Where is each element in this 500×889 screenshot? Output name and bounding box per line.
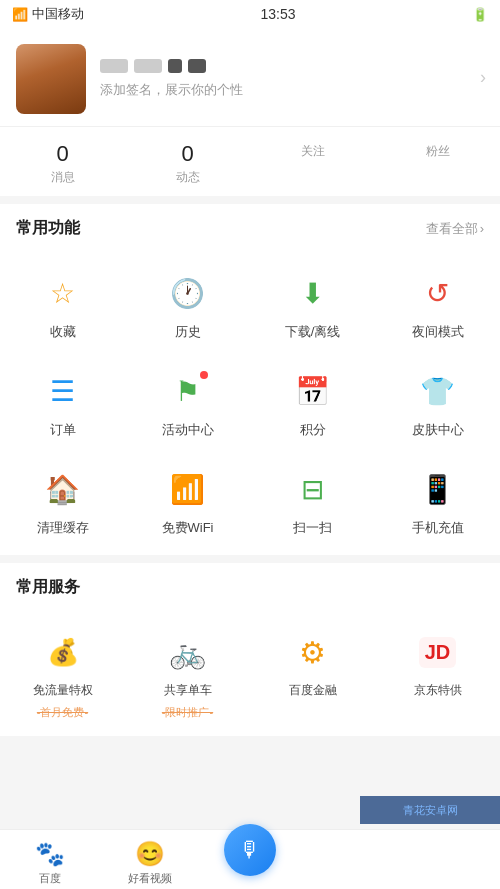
bottom-nav: 🐾 百度 😊 好看视频 🎙 [0, 829, 500, 889]
name-placeholder-4 [188, 59, 206, 73]
traffic-sub: -首月免费- [37, 705, 88, 720]
profile-bio: 添加签名，展示你的个性 [100, 81, 484, 99]
traffic-icon: 💰 [47, 637, 79, 668]
battery-icon: 🔋 [472, 7, 488, 22]
feature-wifi[interactable]: 📶 免费WiFi [125, 453, 250, 551]
skin-icon-wrap: 👕 [416, 369, 460, 413]
common-functions-header: 常用功能 查看全部 › [0, 204, 500, 249]
feature-collect[interactable]: ☆ 收藏 [0, 257, 125, 355]
bike-label: 共享单车 [164, 682, 212, 699]
activity-label: 活动中心 [162, 421, 214, 439]
nav-placeholder-1 [300, 857, 400, 863]
traffic-icon-wrap: 💰 [39, 628, 87, 676]
clear-icon: 🏠 [45, 473, 80, 506]
feature-grid: ☆ 收藏 🕐 历史 ⬇ 下载/离线 ↺ 夜间模式 ☰ 订单 [0, 249, 500, 563]
service-jd[interactable]: JD 京东特供 [375, 616, 500, 720]
home-label: 百度 [39, 871, 61, 886]
profile-chevron: › [480, 67, 486, 88]
home-icon: 🐾 [35, 840, 65, 868]
service-finance[interactable]: ⚙ 百度金融 [250, 616, 375, 720]
nav-placeholder-2 [400, 857, 500, 863]
feature-download[interactable]: ⬇ 下载/离线 [250, 257, 375, 355]
order-label: 订单 [50, 421, 76, 439]
status-right: 🔋 [472, 7, 488, 22]
activity-badge [200, 371, 208, 379]
feature-history[interactable]: 🕐 历史 [125, 257, 250, 355]
feature-clear[interactable]: 🏠 清理缓存 [0, 453, 125, 551]
order-icon: ☰ [50, 375, 75, 408]
jd-label: 京东特供 [414, 682, 462, 699]
scan-icon-wrap: ⊟ [291, 467, 335, 511]
feature-night[interactable]: ↺ 夜间模式 [375, 257, 500, 355]
name-placeholder-1 [100, 59, 128, 73]
recharge-icon-wrap: 📱 [416, 467, 460, 511]
nav-video[interactable]: 😊 好看视频 [100, 834, 200, 886]
services-title: 常用服务 [16, 577, 80, 598]
feature-recharge[interactable]: 📱 手机充值 [375, 453, 500, 551]
download-icon: ⬇ [301, 277, 324, 310]
collect-icon: ☆ [50, 277, 75, 310]
wifi-icon-wrap: 📶 [166, 467, 210, 511]
bike-icon: 🚲 [169, 635, 206, 670]
mic-button[interactable]: 🎙 [224, 824, 276, 876]
stat-messages[interactable]: 0 消息 [0, 141, 125, 186]
skin-icon: 👕 [420, 375, 455, 408]
status-bar: 📶 中国移动 13:53 🔋 [0, 0, 500, 28]
finance-icon-wrap: ⚙ [289, 628, 337, 676]
nav-mic-center: 🎙 [200, 844, 300, 876]
points-icon: 📅 [295, 375, 330, 408]
skin-label: 皮肤中心 [412, 421, 464, 439]
avatar [16, 44, 86, 114]
watermark: 青花安卓网 [360, 796, 500, 824]
profile-name-row [100, 59, 484, 73]
mic-icon: 🎙 [239, 837, 261, 863]
order-icon-wrap: ☰ [41, 369, 85, 413]
scan-label: 扫一扫 [293, 519, 332, 537]
wifi-icon: 📶 [170, 473, 205, 506]
feature-order[interactable]: ☰ 订单 [0, 355, 125, 453]
recharge-icon: 📱 [420, 473, 455, 506]
wifi-label: 免费WiFi [162, 519, 214, 537]
points-icon-wrap: 📅 [291, 369, 335, 413]
download-label: 下载/离线 [285, 323, 341, 341]
video-icon: 😊 [135, 840, 165, 868]
night-icon-wrap: ↺ [416, 271, 460, 315]
bike-sub: -限时推广- [162, 705, 213, 720]
name-placeholder-2 [134, 59, 162, 73]
stat-followers[interactable]: 粉丝 [375, 141, 500, 186]
collect-icon-wrap: ☆ [41, 271, 85, 315]
feature-points[interactable]: 📅 积分 [250, 355, 375, 453]
signal-icon: 📶 [12, 7, 28, 22]
status-time: 13:53 [260, 6, 295, 22]
feature-activity[interactable]: ⚑ 活动中心 [125, 355, 250, 453]
service-bike[interactable]: 🚲 共享单车 -限时推广- [125, 616, 250, 720]
activity-icon-wrap: ⚑ [166, 369, 210, 413]
finance-label: 百度金融 [289, 682, 337, 699]
history-icon: 🕐 [170, 277, 205, 310]
service-grid: 💰 免流量特权 -首月免费- 🚲 共享单车 -限时推广- ⚙ 百度金融 JD 京… [0, 608, 500, 736]
night-label: 夜间模式 [412, 323, 464, 341]
feature-skin[interactable]: 👕 皮肤中心 [375, 355, 500, 453]
video-label: 好看视频 [128, 871, 172, 886]
activity-icon: ⚑ [175, 375, 200, 408]
stat-dynamics[interactable]: 0 动态 [125, 141, 250, 186]
carrier-label: 中国移动 [32, 5, 84, 23]
service-traffic[interactable]: 💰 免流量特权 -首月免费- [0, 616, 125, 720]
finance-icon: ⚙ [299, 635, 326, 670]
scan-icon: ⊟ [301, 473, 324, 506]
common-functions-title: 常用功能 [16, 218, 80, 239]
jd-icon-wrap: JD [414, 628, 462, 676]
recharge-label: 手机充值 [412, 519, 464, 537]
history-icon-wrap: 🕐 [166, 271, 210, 315]
view-all-button[interactable]: 查看全部 › [426, 220, 484, 238]
profile-section[interactable]: 添加签名，展示你的个性 › [0, 28, 500, 127]
more-chevron-icon: › [480, 221, 484, 236]
jd-icon: JD [419, 637, 457, 668]
stat-following[interactable]: 关注 [250, 141, 375, 186]
feature-scan[interactable]: ⊟ 扫一扫 [250, 453, 375, 551]
night-icon: ↺ [426, 277, 449, 310]
bike-icon-wrap: 🚲 [164, 628, 212, 676]
profile-info: 添加签名，展示你的个性 [100, 59, 484, 99]
nav-home[interactable]: 🐾 百度 [0, 834, 100, 886]
common-services-section: 常用服务 💰 免流量特权 -首月免费- 🚲 共享单车 -限时推广- ⚙ 百度金融… [0, 563, 500, 744]
